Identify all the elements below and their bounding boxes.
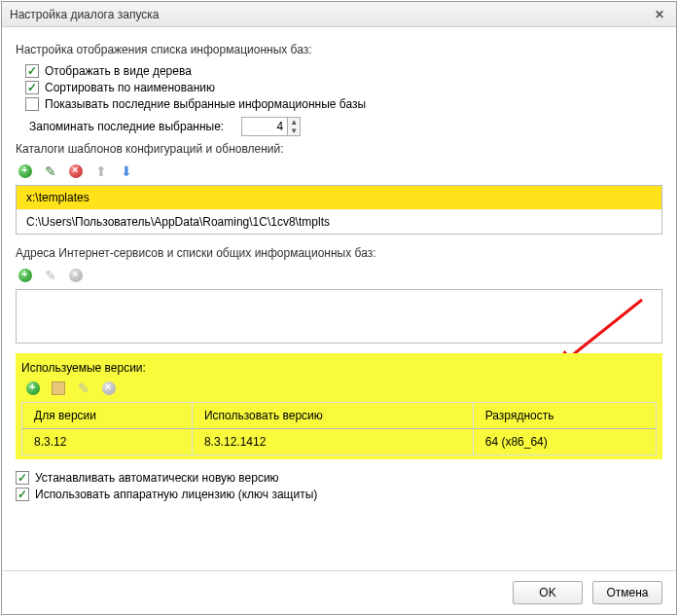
checkbox-sort[interactable] xyxy=(25,81,39,94)
move-up-icon[interactable]: ⬆ xyxy=(93,163,109,179)
move-down-icon[interactable]: ⬇ xyxy=(119,163,134,179)
col-for[interactable]: Для версии xyxy=(22,403,193,429)
col-use[interactable]: Использовать версию xyxy=(192,403,473,429)
versions-title: Используемые версии: xyxy=(21,361,657,375)
templates-toolbar: ✎ ⬆ ⬇ xyxy=(18,163,662,179)
add-icon[interactable] xyxy=(18,268,33,283)
titlebar: Настройка диалога запуска ✕ xyxy=(2,2,676,27)
checkbox-sort-label: Сортировать по наименованию xyxy=(45,81,215,94)
content-area: Настройка отображения списка информацион… xyxy=(2,27,676,570)
cell-arch: 64 (x86_64) xyxy=(473,429,656,455)
add-icon[interactable] xyxy=(25,380,41,396)
versions-toolbar: ✎ xyxy=(25,380,657,396)
list-item[interactable]: C:\Users\Пользователь\AppData\Roaming\1C… xyxy=(17,210,661,234)
edit-icon: ✎ xyxy=(76,380,91,396)
delete-icon xyxy=(101,380,117,396)
checkbox-hwlicense-row[interactable]: Использовать аппаратную лицензию (ключ з… xyxy=(16,488,662,501)
edit-icon[interactable]: ✎ xyxy=(43,163,58,179)
checkbox-tree[interactable] xyxy=(25,64,39,78)
checkbox-recent-row[interactable]: Показывать последние выбранные информаци… xyxy=(25,97,662,111)
bottom-checkboxes: Устанавливать автоматически новую версию… xyxy=(16,471,662,501)
remember-row: Запоминать последние выбранные: ▲ ▼ xyxy=(29,117,662,136)
checkbox-autoupdate-label: Устанавливать автоматически новую версию xyxy=(35,471,279,485)
button-bar: OK Отмена xyxy=(2,570,676,614)
delete-icon xyxy=(68,268,84,283)
save-icon[interactable] xyxy=(51,380,66,396)
services-toolbar: ✎ xyxy=(18,268,662,283)
spinner-down-icon[interactable]: ▼ xyxy=(288,127,300,135)
checkbox-recent-label: Показывать последние выбранные информаци… xyxy=(45,97,366,111)
col-arch[interactable]: Разрядность xyxy=(473,403,656,429)
services-list[interactable] xyxy=(16,289,662,344)
cancel-button[interactable]: Отмена xyxy=(592,581,662,604)
checkbox-hwlicense[interactable] xyxy=(16,488,29,501)
remember-label: Запоминать последние выбранные: xyxy=(29,120,224,133)
services-section-title: Адреса Интернет-сервисов и списки общих … xyxy=(16,246,662,260)
checkbox-autoupdate-row[interactable]: Устанавливать автоматически новую версию xyxy=(16,471,662,485)
add-icon[interactable] xyxy=(18,163,33,179)
delete-icon[interactable] xyxy=(68,163,84,179)
window-title: Настройка диалога запуска xyxy=(10,8,651,21)
checkbox-tree-row[interactable]: Отображать в виде дерева xyxy=(25,64,662,78)
ok-button[interactable]: OK xyxy=(513,581,583,604)
remember-spinner[interactable]: ▲ ▼ xyxy=(241,117,301,136)
checkbox-hwlicense-label: Использовать аппаратную лицензию (ключ з… xyxy=(35,488,317,501)
spinner-up-icon[interactable]: ▲ xyxy=(288,118,300,127)
dialog-window: Настройка диалога запуска ✕ Настройка от… xyxy=(1,1,677,615)
versions-section: Используемые версии: ✎ Для версии Исполь… xyxy=(16,353,662,459)
cell-for: 8.3.12 xyxy=(22,429,193,455)
checkbox-tree-label: Отображать в виде дерева xyxy=(45,64,192,78)
checkbox-recent[interactable] xyxy=(25,97,39,111)
close-icon[interactable]: ✕ xyxy=(651,6,668,23)
edit-icon: ✎ xyxy=(43,268,58,283)
display-section-title: Настройка отображения списка информацион… xyxy=(16,43,662,56)
templates-list[interactable]: x:\templates C:\Users\Пользователь\AppDa… xyxy=(16,185,662,235)
list-item[interactable]: x:\templates xyxy=(17,186,661,210)
table-row[interactable]: 8.3.12 8.3.12.1412 64 (x86_64) xyxy=(22,429,657,455)
versions-table: Для версии Использовать версию Разряднос… xyxy=(21,402,657,455)
cell-use: 8.3.12.1412 xyxy=(192,429,473,455)
checkbox-sort-row[interactable]: Сортировать по наименованию xyxy=(25,81,662,94)
templates-section-title: Каталоги шаблонов конфигураций и обновле… xyxy=(16,142,662,156)
checkbox-autoupdate[interactable] xyxy=(16,471,29,485)
remember-input[interactable] xyxy=(242,118,287,135)
